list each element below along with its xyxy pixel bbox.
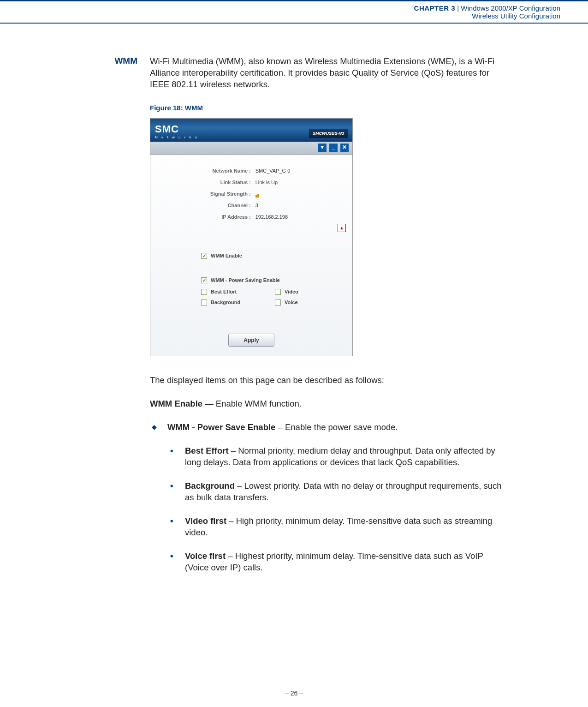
- value-link-status: Link is Up: [255, 179, 352, 186]
- checkbox-row-best-effort[interactable]: Best Effort: [201, 288, 275, 295]
- logo-sub: N e t w o r k s: [155, 135, 198, 140]
- apply-button[interactable]: Apply: [228, 334, 274, 347]
- chapter-title: Windows 2000/XP Configuration: [461, 4, 560, 12]
- info-row-signal: Signal Strength :: [150, 191, 352, 198]
- logo-main: SMC: [155, 123, 179, 135]
- info-row-channel: Channel : 3: [150, 202, 352, 209]
- label-network-name: Network Name :: [150, 168, 255, 174]
- checkbox-background[interactable]: [201, 300, 207, 306]
- checkbox-row-voice[interactable]: Voice: [275, 299, 349, 306]
- window-logo: SMC N e t w o r k s: [155, 122, 198, 140]
- label-background: Background: [211, 299, 240, 306]
- bullet-l2-video-rest: – High priority, minimum delay. Time-sen…: [185, 516, 492, 537]
- bullet-l2-video-bold: Video first: [185, 516, 226, 526]
- label-wmm-enable: WMM Enable: [211, 252, 242, 259]
- info-row-network-name: Network Name : SMC_VAP_G 0: [150, 168, 352, 174]
- label-channel: Channel :: [150, 202, 255, 209]
- bullet-l2-best-effort-rest: – Normal priority, medium delay and thro…: [185, 446, 495, 467]
- utility-window: SMC N e t w o r k s SMCWUSBS-N3 ▼ _ ✕ Ne…: [150, 118, 353, 356]
- checkbox-wmm-ps[interactable]: ✓: [201, 277, 207, 283]
- checkbox-video[interactable]: [275, 289, 281, 295]
- bullet-l1-rest: – Enable the power save mode.: [275, 422, 398, 432]
- checkbox-row-video[interactable]: Video: [275, 288, 349, 295]
- label-ip: IP Address :: [150, 214, 255, 221]
- label-best-effort: Best Effort: [211, 288, 237, 295]
- checkbox-row-background[interactable]: Background: [201, 299, 275, 306]
- bullet-l2-background: Background – Lowest priority. Data with …: [185, 480, 505, 503]
- bullet-l1-bold: WMM - Power Save Enable: [167, 422, 275, 432]
- checkbox-voice[interactable]: [275, 300, 281, 306]
- figure-caption: Figure 18: WMM: [150, 103, 505, 113]
- window-body: Network Name : SMC_VAP_G 0 Link Status :…: [150, 155, 352, 356]
- bullet-l2-best-effort: Best Effort – Normal priority, medium de…: [185, 445, 505, 468]
- chapter-subtitle: Wireless Utility Configuration: [0, 12, 560, 20]
- bullet-l1-power-save: WMM - Power Save Enable – Enable the pow…: [167, 422, 505, 433]
- page-header: CHAPTER 3 | Windows 2000/XP Configuratio…: [0, 0, 588, 24]
- value-channel: 3: [255, 202, 352, 209]
- dropdown-icon[interactable]: ▼: [318, 144, 327, 152]
- label-signal: Signal Strength :: [150, 191, 255, 198]
- checkbox-wmm-enable[interactable]: ✓: [201, 253, 207, 259]
- page-number: – 26 –: [0, 689, 588, 697]
- bullet-l2-video: Video first – High priority, minimum del…: [185, 515, 505, 539]
- label-wmm-ps: WMM - Power Saving Enable: [211, 277, 280, 284]
- model-badge: SMCWUSBS-N3: [309, 129, 348, 138]
- checkbox-row-wmm-enable[interactable]: ✓ WMM Enable: [201, 252, 352, 259]
- desc-wmm-enable: WMM Enable — Enable WMM function.: [150, 398, 505, 410]
- label-voice: Voice: [285, 299, 298, 306]
- collapse-toggle-icon[interactable]: ▲: [338, 224, 346, 232]
- bullet-l2-voice: Voice first – Highest priority, minimum …: [185, 551, 505, 574]
- checkbox-pair-1: Best Effort Video: [201, 288, 352, 295]
- window-controlbar: ▼ _ ✕: [150, 142, 352, 155]
- bullet-l2-voice-rest: – Highest priority, minimum delay. Time-…: [185, 551, 483, 572]
- signal-bars-icon: [255, 191, 259, 198]
- description-intro: The displayed items on this page can be …: [150, 375, 505, 386]
- intro-paragraph: Wi-Fi Multimedia (WMM), also known as Wi…: [150, 56, 505, 90]
- info-row-ip: IP Address : 192.168.2.198: [150, 214, 352, 221]
- checkbox-best-effort[interactable]: [201, 289, 207, 295]
- section-heading: WMM: [0, 56, 143, 66]
- bullet-l2-best-effort-bold: Best Effort: [185, 446, 229, 455]
- value-ip: 192.168.2.198: [255, 214, 352, 221]
- value-signal: [255, 191, 352, 198]
- checkbox-pair-2: Background Voice: [201, 299, 352, 306]
- label-link-status: Link Status :: [150, 179, 255, 186]
- bullet-l2-background-bold: Background: [185, 481, 235, 491]
- close-icon[interactable]: ✕: [340, 144, 349, 152]
- chapter-sep: |: [455, 4, 461, 12]
- bullet-l2-voice-bold: Voice first: [185, 551, 226, 561]
- chapter-line: CHAPTER 3 | Windows 2000/XP Configuratio…: [0, 4, 560, 12]
- label-video: Video: [285, 288, 298, 295]
- desc-wmm-enable-rest: — Enable WMM function.: [202, 399, 302, 408]
- chapter-bold: CHAPTER 3: [414, 4, 456, 12]
- checkbox-row-wmm-ps[interactable]: ✓ WMM - Power Saving Enable: [201, 277, 352, 284]
- info-row-link-status: Link Status : Link is Up: [150, 179, 352, 186]
- value-network-name: SMC_VAP_G 0: [255, 168, 352, 174]
- window-titlebar: SMC N e t w o r k s SMCWUSBS-N3: [150, 119, 352, 142]
- desc-wmm-enable-bold: WMM Enable: [150, 399, 202, 408]
- minimize-icon[interactable]: _: [329, 144, 338, 152]
